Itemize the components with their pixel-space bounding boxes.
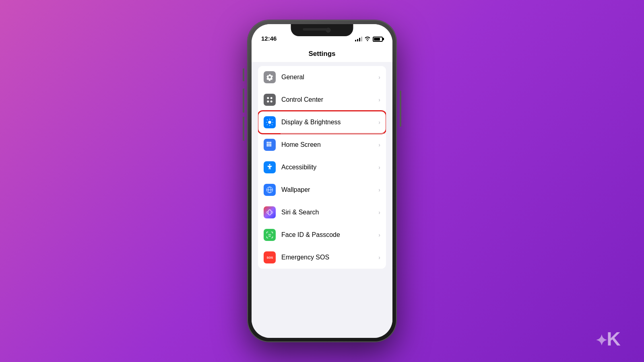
face-id-chevron: ›: [378, 232, 380, 238]
phone-screen: 12:46 Settings: [252, 24, 392, 338]
mute-button: [243, 68, 244, 81]
home-screen-label: Home Screen: [281, 141, 378, 148]
settings-group: General › Control Center ›: [258, 66, 386, 269]
svg-point-0: [267, 97, 269, 99]
svg-point-4: [268, 121, 271, 124]
svg-rect-11: [267, 145, 268, 146]
home-screen-icon: [264, 139, 276, 151]
signal-icon: [355, 37, 362, 41]
svg-rect-9: [268, 144, 270, 145]
watermark: ✦K: [595, 328, 620, 350]
siri-search-icon: [264, 206, 276, 218]
svg-rect-5: [267, 142, 268, 143]
page-title: Settings: [252, 44, 392, 62]
svg-point-3: [270, 101, 272, 103]
emergency-sos-label: Emergency SOS: [281, 254, 378, 261]
emergency-sos-chevron: ›: [378, 254, 380, 261]
settings-item-home-screen[interactable]: Home Screen ›: [258, 134, 386, 156]
volume-down-button: [243, 117, 244, 141]
svg-point-2: [267, 101, 269, 103]
face-id-label: Face ID & Passcode: [281, 231, 378, 239]
svg-rect-13: [270, 145, 271, 146]
control-center-chevron: ›: [378, 97, 380, 103]
svg-rect-8: [267, 144, 268, 145]
svg-text:SOS: SOS: [267, 256, 273, 259]
home-screen-chevron: ›: [378, 142, 380, 148]
face-id-icon: [264, 229, 276, 241]
svg-point-14: [269, 164, 270, 165]
accessibility-label: Accessibility: [281, 164, 378, 171]
control-center-label: Control Center: [281, 96, 378, 103]
settings-item-accessibility[interactable]: Accessibility ›: [258, 156, 386, 179]
svg-rect-10: [270, 144, 271, 145]
display-brightness-icon: [264, 116, 276, 128]
settings-item-wallpaper[interactable]: Wallpaper ›: [258, 179, 386, 201]
battery-icon: [373, 37, 383, 42]
accessibility-icon: [264, 161, 276, 173]
emergency-sos-icon: SOS: [264, 251, 276, 263]
notch: [291, 24, 353, 36]
volume-up-button: [243, 88, 244, 113]
settings-item-face-id[interactable]: Face ID & Passcode ›: [258, 224, 386, 246]
svg-rect-7: [270, 142, 271, 143]
settings-item-control-center[interactable]: Control Center ›: [258, 88, 386, 111]
control-center-icon: [264, 94, 276, 106]
siri-search-chevron: ›: [378, 209, 380, 216]
wallpaper-label: Wallpaper: [281, 186, 378, 193]
general-chevron: ›: [378, 74, 380, 80]
svg-rect-12: [268, 145, 270, 146]
phone-frame: 12:46 Settings: [248, 20, 396, 342]
wallpaper-chevron: ›: [378, 187, 380, 193]
general-icon: [264, 71, 276, 83]
power-button: [400, 90, 401, 127]
accessibility-chevron: ›: [378, 164, 380, 171]
settings-item-emergency-sos[interactable]: SOS Emergency SOS ›: [258, 246, 386, 269]
siri-search-label: Siri & Search: [281, 209, 378, 216]
general-label: General: [281, 74, 378, 81]
status-icons: [355, 36, 383, 42]
battery-fill: [374, 38, 380, 41]
settings-item-display-brightness[interactable]: Display & Brightness ›: [258, 111, 386, 134]
wifi-icon: [364, 36, 371, 42]
settings-item-siri-search[interactable]: Siri & Search ›: [258, 201, 386, 224]
display-brightness-label: Display & Brightness: [281, 119, 378, 126]
settings-page[interactable]: Settings General ›: [252, 44, 392, 338]
settings-item-general[interactable]: General ›: [258, 66, 386, 88]
svg-point-1: [270, 97, 272, 99]
speaker: [303, 28, 327, 31]
wallpaper-icon: [264, 184, 276, 196]
svg-point-16: [268, 210, 271, 215]
display-brightness-chevron: ›: [378, 119, 380, 125]
status-bar: 12:46: [252, 24, 392, 44]
svg-rect-6: [268, 142, 270, 143]
